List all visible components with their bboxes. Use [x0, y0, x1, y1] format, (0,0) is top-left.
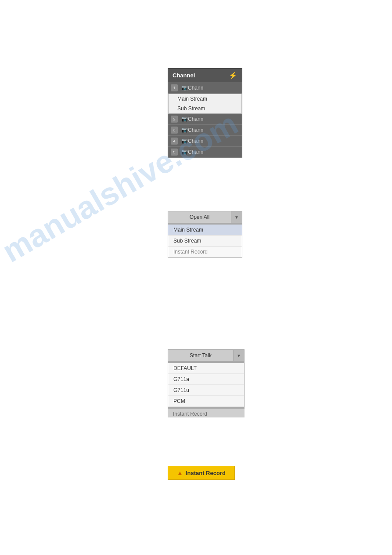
- open-all-button-row: Open All ▼: [168, 211, 242, 223]
- channel-1-stream-dropdown: Main Stream Sub Stream: [168, 94, 242, 114]
- channel-num-5: 5: [171, 149, 178, 156]
- channel-label-5: Chann: [188, 149, 203, 155]
- channel-num-3: 3: [171, 127, 178, 134]
- channel-item-5[interactable]: 5 📷 Chann: [168, 147, 242, 158]
- channel-cam-icon-5: 📷: [181, 149, 188, 155]
- talk-menu-hidden-row: Instant Record: [168, 409, 245, 417]
- open-all-section: Open All ▼ Main Stream Sub Stream Instan…: [168, 211, 242, 258]
- channel-cam-icon-4: 📷: [181, 138, 188, 144]
- talk-menu-g711a[interactable]: G711a: [168, 374, 244, 385]
- open-all-menu-main-stream[interactable]: Main Stream: [168, 225, 242, 236]
- channel-label-4: Chann: [188, 138, 203, 144]
- channel-cam-icon-2: 📷: [181, 116, 188, 122]
- channel-label-3: Chann: [188, 127, 203, 133]
- channel-cam-icon-1: 📷: [181, 85, 188, 91]
- channel-num-1: 1: [171, 84, 178, 91]
- stream-option-main[interactable]: Main Stream: [169, 94, 241, 104]
- instant-record-button[interactable]: ▲ Instant Record: [168, 466, 235, 480]
- open-all-menu-instant-record[interactable]: Instant Record: [168, 247, 242, 258]
- channel-item-4[interactable]: 4 📷 Chann: [168, 136, 242, 147]
- open-all-dropdown-arrow[interactable]: ▼: [231, 211, 242, 223]
- open-all-menu: Main Stream Sub Stream Instant Record: [168, 225, 242, 258]
- open-all-menu-sub-stream[interactable]: Sub Stream: [168, 236, 242, 247]
- talk-menu-g711u[interactable]: G711u: [168, 385, 244, 396]
- channel-panel: Channel ⚡ 1 📷 Chann Main Stream Sub Stre…: [168, 68, 242, 158]
- warning-icon: ▲: [177, 469, 183, 476]
- refresh-icon[interactable]: ⚡: [229, 71, 237, 80]
- channel-panel-title: Channel: [173, 72, 195, 79]
- channel-panel-section: Channel ⚡ 1 📷 Chann Main Stream Sub Stre…: [168, 68, 242, 158]
- channel-item-2[interactable]: 2 📷 Chann: [168, 114, 242, 125]
- stream-option-sub[interactable]: Sub Stream: [169, 104, 241, 113]
- open-all-button[interactable]: Open All: [168, 211, 231, 223]
- start-talk-menu: DEFAULT G711a G711u PCM: [168, 363, 245, 407]
- instant-record-label: Instant Record: [186, 470, 226, 476]
- start-talk-dropdown-arrow[interactable]: ▼: [234, 350, 244, 361]
- start-talk-button[interactable]: Start Talk: [168, 350, 234, 361]
- channel-label-1: Chann: [188, 85, 203, 91]
- talk-menu-pcm[interactable]: PCM: [168, 396, 244, 407]
- talk-menu-instant-record-partial[interactable]: Instant Record: [168, 409, 245, 417]
- channel-panel-header: Channel ⚡: [168, 69, 242, 83]
- channel-item-1[interactable]: 1 📷 Chann: [168, 83, 242, 94]
- channel-cam-icon-3: 📷: [181, 127, 188, 133]
- talk-menu-default[interactable]: DEFAULT: [168, 363, 244, 374]
- start-talk-button-row: Start Talk ▼: [168, 349, 245, 362]
- channel-item-3[interactable]: 3 📷 Chann: [168, 125, 242, 136]
- channel-num-2: 2: [171, 116, 178, 123]
- channel-num-4: 4: [171, 138, 178, 145]
- channel-label-2: Chann: [188, 116, 203, 122]
- instant-record-section: ▲ Instant Record: [168, 466, 235, 480]
- start-talk-section: Start Talk ▼ DEFAULT G711a G711u PCM Ins…: [168, 349, 245, 417]
